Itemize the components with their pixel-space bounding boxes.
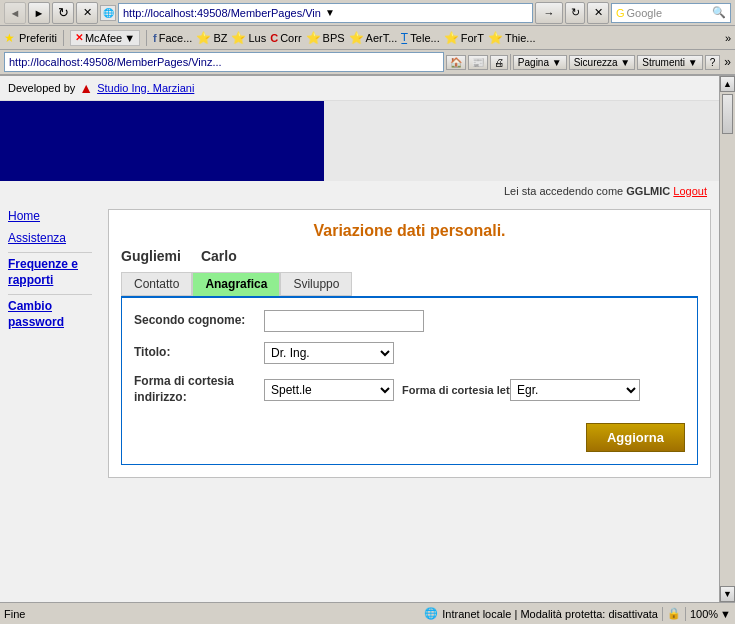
- btn-row: Aggiorna: [134, 415, 685, 452]
- address-bar[interactable]: http://localhost:49508/MemberPages/Vin ▼: [118, 3, 533, 23]
- go-button[interactable]: →: [535, 2, 563, 24]
- dev-bar: Developed by ▲ Studio Ing. Marziani: [0, 76, 719, 101]
- bk-aert[interactable]: ⭐AerT...: [349, 31, 398, 45]
- page-address-text: http://localhost:49508/MemberPages/Vinz.…: [9, 56, 222, 68]
- user-last-name: Carlo: [201, 248, 237, 264]
- stop-button[interactable]: ✕: [76, 2, 98, 24]
- stop-x-button[interactable]: ✕: [587, 2, 609, 24]
- rss-btn[interactable]: 📰: [468, 55, 488, 70]
- bk-sep-1: [63, 30, 64, 46]
- nav-bar: ◄ ► ↻ ✕ 🌐 http://localhost:49508/MemberP…: [0, 0, 735, 26]
- page-toolbar: http://localhost:49508/MemberPages/Vinz.…: [0, 50, 735, 76]
- page-body: Developed by ▲ Studio Ing. Marziani Lei …: [0, 76, 719, 602]
- nav-divider-1: [8, 252, 92, 253]
- select-titolo[interactable]: Dr. Ing. Ing. Dr. Prof.: [264, 342, 394, 364]
- security-icon: 🔒: [667, 607, 681, 620]
- bk-thie-label: Thie...: [505, 32, 536, 44]
- address-dropdown[interactable]: ▼: [325, 7, 335, 18]
- bk-bz-star: ⭐: [196, 31, 211, 45]
- form-row-titolo: Titolo: Dr. Ing. Ing. Dr. Prof.: [134, 342, 685, 364]
- bk-corr[interactable]: CCorr: [270, 32, 301, 44]
- scrollbar: ▲ ▼: [719, 76, 735, 602]
- dev-prefix: Developed by: [8, 82, 75, 94]
- studio-triangle-icon: ▲: [79, 80, 93, 96]
- scroll-down-btn[interactable]: ▼: [720, 586, 735, 602]
- status-sep-2: [685, 607, 686, 621]
- refresh-button[interactable]: ↻: [52, 2, 74, 24]
- courtesy-letter-group: Forma di cortesia lettera: Egr. Gent. Sp…: [402, 379, 640, 401]
- forward-button[interactable]: ►: [28, 2, 50, 24]
- page-address[interactable]: http://localhost:49508/MemberPages/Vinz.…: [4, 52, 444, 72]
- zone-icon: 🌐: [424, 607, 438, 620]
- favicon: 🌐: [100, 5, 116, 21]
- bk-bps-star: ⭐: [306, 31, 321, 45]
- login-status: Lei sta accedendo come GGLMIC Logout: [0, 181, 719, 201]
- scroll-track[interactable]: [720, 92, 735, 586]
- help-btn[interactable]: ?: [705, 55, 721, 70]
- home-page-btn[interactable]: 🏠: [446, 55, 466, 70]
- bk-fort[interactable]: ⭐ForT: [444, 31, 484, 45]
- tab-anagrafica[interactable]: Anagrafica: [192, 272, 280, 296]
- status-bar: Fine 🌐 Intranet locale | Modalità protet…: [0, 602, 735, 624]
- bk-tele[interactable]: T̲Tele...: [401, 31, 439, 44]
- banner-right: [324, 101, 719, 181]
- tele-icon: T̲: [401, 31, 408, 44]
- select-courtesy-letter[interactable]: Egr. Gent. Spett.le: [510, 379, 640, 401]
- status-sep-1: [662, 607, 663, 621]
- login-username: GGLMIC: [626, 185, 670, 197]
- zoom-dropdown-icon[interactable]: ▼: [720, 608, 731, 620]
- page-controls: 🏠 📰 🖨 Pagina ▼ Sicurezza ▼ Strumenti ▼ ?: [446, 54, 720, 70]
- label-courtesy-letter: Forma di cortesia lettera:: [402, 384, 502, 396]
- bk-aert-star: ⭐: [349, 31, 364, 45]
- toolbar-expand[interactable]: »: [724, 55, 731, 69]
- search-submit-icon[interactable]: 🔍: [712, 6, 726, 19]
- bk-bz-label: BZ: [213, 32, 227, 44]
- bk-lus-star: ⭐: [231, 31, 246, 45]
- search-box[interactable]: G Google 🔍: [611, 3, 731, 23]
- bk-fort-star: ⭐: [444, 31, 459, 45]
- search-placeholder: Google: [627, 7, 662, 19]
- bk-bps[interactable]: ⭐BPS: [306, 31, 345, 45]
- mcafee-x: ✕: [75, 32, 83, 43]
- strumenti-btn[interactable]: Strumenti ▼: [637, 55, 702, 70]
- google-icon: G: [616, 7, 625, 19]
- studio-link[interactable]: Studio Ing. Marziani: [97, 82, 194, 94]
- mcafee-dropdown[interactable]: ▼: [124, 32, 135, 44]
- nav-frequenze[interactable]: Frequenze e rapporti: [8, 257, 92, 288]
- user-first-name: Gugliemi: [121, 248, 181, 264]
- bk-lus-label: Lus: [248, 32, 266, 44]
- nav-home[interactable]: Home: [8, 209, 92, 225]
- nav-cambio[interactable]: Cambio password: [8, 299, 92, 330]
- input-cognome[interactable]: [264, 310, 424, 332]
- back-button[interactable]: ◄: [4, 2, 26, 24]
- zoom-control[interactable]: 100% ▼: [690, 608, 731, 620]
- update-button[interactable]: Aggiorna: [586, 423, 685, 452]
- pg-sep-1: [510, 54, 511, 70]
- pagina-btn[interactable]: Pagina ▼: [513, 55, 567, 70]
- tab-sviluppo[interactable]: Sviluppo: [280, 272, 352, 296]
- banner-left: [0, 101, 324, 181]
- scroll-thumb[interactable]: [722, 94, 733, 134]
- bookmarks-more[interactable]: »: [725, 32, 731, 44]
- scroll-up-btn[interactable]: ▲: [720, 76, 735, 92]
- page-title: Variazione dati personali.: [121, 222, 698, 240]
- nav-assistenza[interactable]: Assistenza: [8, 231, 92, 247]
- select-courtesy[interactable]: Spett.le Sig. Sig.ra Egr.: [264, 379, 394, 401]
- login-prefix: Lei sta accedendo come: [504, 185, 623, 197]
- nav-divider-2: [8, 294, 92, 295]
- reload-button[interactable]: ↻: [565, 2, 585, 24]
- bk-bz[interactable]: ⭐BZ: [196, 31, 227, 45]
- bk-face[interactable]: f Face...: [153, 32, 192, 44]
- label-cognome: Secondo cognome:: [134, 313, 264, 329]
- favorites-star: ★: [4, 31, 15, 45]
- sicurezza-btn[interactable]: Sicurezza ▼: [569, 55, 636, 70]
- print-btn[interactable]: 🖨: [490, 55, 508, 70]
- favorites-label[interactable]: Preferiti: [19, 32, 57, 44]
- tab-contatto[interactable]: Contatto: [121, 272, 192, 296]
- logout-link[interactable]: Logout: [673, 185, 707, 197]
- tabs: Contatto Anagrafica Sviluppo: [121, 272, 698, 298]
- bk-sep-2: [146, 30, 147, 46]
- bk-lus[interactable]: ⭐Lus: [231, 31, 266, 45]
- bk-thie[interactable]: ⭐Thie...: [488, 31, 536, 45]
- mcafee-item[interactable]: ✕ McAfee ▼: [70, 30, 140, 46]
